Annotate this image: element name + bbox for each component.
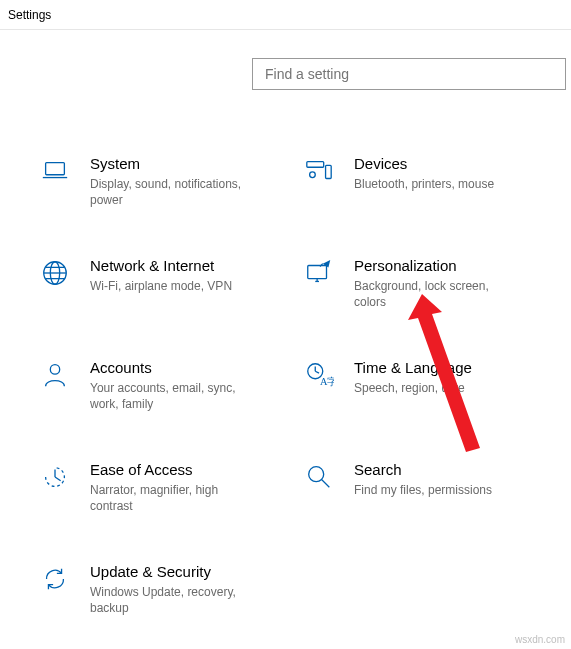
svg-point-14 xyxy=(50,365,59,374)
svg-rect-0 xyxy=(46,163,65,175)
tile-title: Devices xyxy=(354,154,494,174)
svg-point-4 xyxy=(310,172,316,178)
time-language-icon: A字 xyxy=(302,360,336,394)
tile-desc: Windows Update, recovery, backup xyxy=(90,584,260,616)
svg-point-21 xyxy=(309,467,324,482)
search-icon xyxy=(302,462,336,496)
laptop-icon xyxy=(38,156,72,190)
tile-desc: Speech, region, date xyxy=(354,380,472,396)
tile-title: Time & Language xyxy=(354,358,472,378)
tile-title: Update & Security xyxy=(90,562,260,582)
watermark: wsxdn.com xyxy=(515,634,565,645)
search-input[interactable] xyxy=(252,58,566,90)
tile-title: Network & Internet xyxy=(90,256,232,276)
svg-rect-3 xyxy=(326,165,332,178)
search-container xyxy=(252,58,566,90)
tile-desc: Background, lock screen, colors xyxy=(354,278,524,310)
tile-update-security[interactable]: Update & Security Windows Update, recove… xyxy=(38,562,298,616)
personalization-icon xyxy=(302,258,336,292)
svg-line-22 xyxy=(322,480,330,488)
svg-line-17 xyxy=(315,371,319,373)
tile-network[interactable]: Network & Internet Wi-Fi, airplane mode,… xyxy=(38,256,294,310)
tile-desc: Narrator, magnifier, high contrast xyxy=(90,482,260,514)
globe-icon xyxy=(38,258,72,292)
tile-search[interactable]: Search Find my files, permissions xyxy=(302,460,558,514)
tile-desc: Find my files, permissions xyxy=(354,482,492,498)
svg-line-20 xyxy=(55,477,61,481)
tile-ease-of-access[interactable]: Ease of Access Narrator, magnifier, high… xyxy=(38,460,294,514)
ease-of-access-icon xyxy=(38,462,72,496)
devices-icon xyxy=(302,156,336,190)
tile-desc: Display, sound, notifications, power xyxy=(90,176,260,208)
person-icon xyxy=(38,360,72,394)
tile-desc: Bluetooth, printers, mouse xyxy=(354,176,494,192)
tile-title: Personalization xyxy=(354,256,524,276)
tile-time-language[interactable]: A字 Time & Language Speech, region, date xyxy=(302,358,558,412)
window-titlebar: Settings xyxy=(0,0,571,30)
tile-title: Search xyxy=(354,460,492,480)
window-title: Settings xyxy=(8,8,51,22)
tile-title: System xyxy=(90,154,260,174)
tile-desc: Wi-Fi, airplane mode, VPN xyxy=(90,278,232,294)
tile-title: Ease of Access xyxy=(90,460,260,480)
svg-text:A字: A字 xyxy=(320,376,334,387)
tile-title: Accounts xyxy=(90,358,260,378)
tile-devices[interactable]: Devices Bluetooth, printers, mouse xyxy=(302,154,558,208)
tile-accounts[interactable]: Accounts Your accounts, email, sync, wor… xyxy=(38,358,294,412)
tile-personalization[interactable]: Personalization Background, lock screen,… xyxy=(302,256,558,310)
settings-grid: System Display, sound, notifications, po… xyxy=(38,154,558,649)
svg-rect-10 xyxy=(308,266,327,279)
update-icon xyxy=(38,564,72,598)
tile-desc: Your accounts, email, sync, work, family xyxy=(90,380,260,412)
svg-rect-2 xyxy=(307,162,324,168)
tile-system[interactable]: System Display, sound, notifications, po… xyxy=(38,154,294,208)
